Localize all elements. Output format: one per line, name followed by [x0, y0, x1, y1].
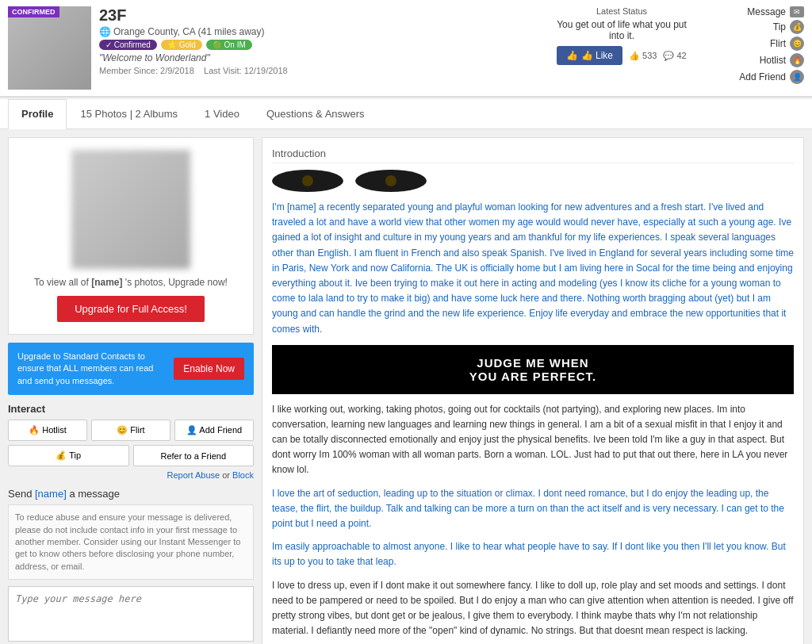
upgrade-button[interactable]: Upgrade for Full Access!	[57, 296, 205, 322]
tip-button[interactable]: 💰 Tip	[8, 445, 129, 466]
flirt-action[interactable]: Flirt 😊	[770, 36, 804, 51]
like-button[interactable]: 👍 👍 Like	[557, 46, 622, 65]
header-tagline: "Welcome to Wonderland"	[99, 52, 542, 63]
add-friend-icon: 👤	[790, 70, 804, 84]
interact-grid-row1: 🔥 Hotlist 😊 Flirt 👤 Add Friend	[8, 420, 254, 441]
add-friend-button[interactable]: 👤 Add Friend	[174, 420, 254, 441]
header-status: Latest Status You get out of life what y…	[542, 6, 701, 65]
report-abuse-link[interactable]: Report Abuse	[167, 470, 220, 480]
intro-text-4: Im easily approachable to almost anyone.…	[272, 539, 794, 569]
header: CONFIRMED 23F 🌐 Orange County, CA (41 mi…	[0, 0, 812, 98]
tab-video[interactable]: 1 Video	[191, 99, 253, 128]
like-count: 👍 533	[629, 51, 657, 61]
flirt-icon: 😊	[790, 36, 804, 51]
eye-left	[272, 170, 343, 192]
right-column: Introduction I'm [name] a recently separ…	[262, 137, 804, 644]
nav-tabs: Profile 15 Photos | 2 Albums 1 Video Que…	[0, 99, 812, 129]
tip-icon: 💰	[790, 20, 804, 34]
gold-badge: ⭐ Gold	[161, 40, 202, 50]
intro-section: Introduction I'm [name] a recently separ…	[262, 137, 804, 644]
intro-text-5: I love to dress up, even if I dont make …	[272, 578, 794, 639]
intro-eyes	[272, 170, 794, 192]
intro-text-2: I like working out, working, taking phot…	[272, 402, 794, 478]
header-actions: Message ✉ Tip 💰 Flirt 😊 Hotlist 🔥 Add Fr…	[701, 6, 804, 84]
hotlist-icon: 🔥	[790, 53, 804, 67]
photo-box: To view all of [name] 's photos, Upgrade…	[8, 137, 254, 335]
standard-contacts-box: Upgrade to Standard Contacts to ensure t…	[8, 343, 254, 395]
header-badges: ✓ Confirmed ⭐ Gold 🟢 On IM	[99, 40, 542, 50]
eye-right	[355, 170, 427, 192]
interact-section: Interact 🔥 Hotlist 😊 Flirt 👤 Add Friend …	[8, 403, 254, 480]
upgrade-prompt: To view all of [name] 's photos, Upgrade…	[21, 277, 241, 288]
hotlist-action[interactable]: Hotlist 🔥	[760, 53, 804, 67]
message-icon: ✉	[790, 6, 804, 17]
interact-grid-row2: 💰 Tip Refer to a Friend	[8, 445, 254, 466]
send-section: Send [name] a message To reduce abuse an…	[8, 488, 254, 644]
flirt-button[interactable]: 😊 Flirt	[91, 420, 170, 441]
latest-status-text: You get out of life what you put into it…	[550, 19, 693, 41]
message-textarea[interactable]	[8, 586, 254, 642]
intro-text-1: I'm [name] a recently separated young an…	[272, 200, 794, 337]
report-links: Report Abuse or Block	[8, 470, 254, 480]
globe-icon: 🌐	[99, 26, 111, 37]
left-column: To view all of [name] 's photos, Upgrade…	[8, 137, 254, 644]
send-notice: To reduce abuse and ensure your message …	[8, 504, 254, 580]
im-badge: 🟢 On IM	[206, 40, 252, 50]
block-link[interactable]: Block	[232, 470, 254, 480]
hotlist-button[interactable]: 🔥 Hotlist	[8, 420, 87, 441]
profile-pic-header: CONFIRMED	[8, 6, 91, 90]
header-location: 🌐 Orange County, CA (41 miles away)	[99, 26, 542, 37]
header-info: 23F 🌐 Orange County, CA (41 miles away) …	[99, 6, 542, 75]
comment-count: 💬 42	[663, 51, 686, 61]
tab-qa[interactable]: Questions & Answers	[253, 99, 378, 128]
judge-box: JUDGE ME WHENYOU ARE PERFECT.	[272, 345, 794, 394]
tip-action[interactable]: Tip 💰	[773, 20, 804, 34]
interact-title: Interact	[8, 403, 254, 415]
tab-profile[interactable]: Profile	[8, 99, 67, 129]
main-content: To view all of [name] 's photos, Upgrade…	[0, 129, 812, 644]
header-meta: Member Since: 2/9/2018 Last Visit: 12/19…	[99, 66, 542, 75]
refer-button[interactable]: Refer to a Friend	[133, 445, 255, 466]
latest-status-label: Latest Status	[550, 6, 693, 16]
confirmed-badge-inline: ✓ Confirmed	[99, 40, 157, 50]
message-action[interactable]: Message ✉	[747, 6, 804, 17]
confirmed-badge: CONFIRMED	[8, 6, 59, 17]
tab-photos[interactable]: 15 Photos | 2 Albums	[67, 99, 191, 128]
add-friend-action[interactable]: Add Friend 👤	[739, 70, 804, 84]
send-title: Send [name] a message	[8, 488, 254, 500]
enable-now-button[interactable]: Enable Now	[174, 358, 244, 380]
intro-text-3: I love the art of seduction, leading up …	[272, 486, 794, 532]
standard-contacts-text: Upgrade to Standard Contacts to ensure t…	[17, 351, 167, 387]
header-name: 23F	[99, 6, 542, 25]
intro-title: Introduction	[272, 148, 794, 163]
blurred-photo	[71, 150, 190, 269]
